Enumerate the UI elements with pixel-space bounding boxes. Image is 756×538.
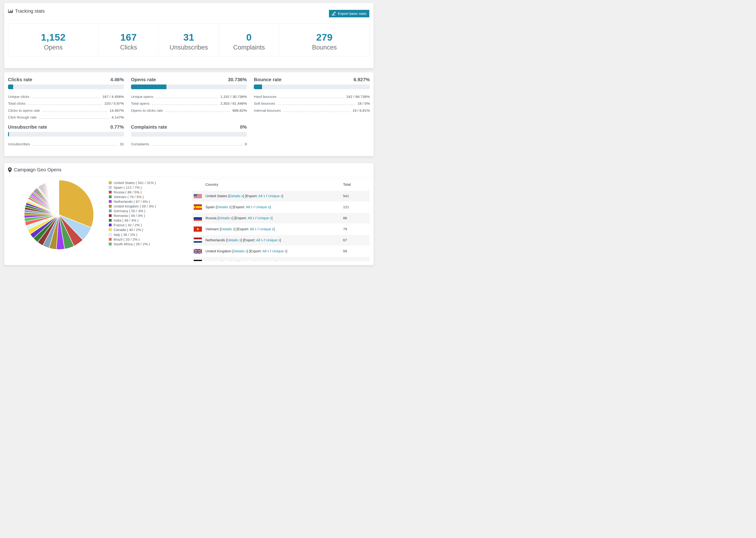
geo-table-header-row: Country Total [192, 179, 370, 190]
rate-row-label: Internal bounces [254, 108, 281, 113]
legend-item-spain[interactable]: Spain ( 121 / 7% ) [109, 185, 156, 190]
rate-row-value: 14.497% [109, 108, 124, 113]
chevron-right-icon [281, 195, 282, 197]
legend-swatch [109, 242, 112, 245]
legend-swatch [109, 195, 112, 198]
legend-item-italy[interactable]: Italy ( 36 / 2% ) [109, 232, 156, 237]
pie-legend: United States ( 541 / 31% )Spain ( 121 /… [109, 180, 156, 246]
bracket-close-text: ] [282, 194, 283, 198]
export-icon [332, 12, 336, 16]
country-name: Russia [205, 216, 216, 220]
export-all-link[interactable]: All [246, 205, 252, 209]
details-link[interactable]: Details [222, 260, 236, 261]
us-flag-icon [194, 194, 202, 198]
rate-row-label: Total opens [131, 101, 149, 106]
legend-item-france[interactable]: France ( 42 / 2% ) [109, 223, 156, 228]
export-basic-stats-button[interactable]: Export basic stats [329, 10, 369, 17]
rate-row: Internal bounces19 / 6.81% [254, 107, 370, 114]
legend-label: Netherlands ( 67 / 4% ) [114, 199, 150, 203]
stat-value: 31 [183, 32, 194, 42]
export-unique-link[interactable]: Unique [257, 216, 271, 220]
bracket-export-text: ] [Export: [236, 260, 251, 261]
legend-item-india[interactable]: India ( 46 / 3% ) [109, 218, 156, 223]
country-name: United States [205, 194, 227, 198]
chevron-right-icon [239, 239, 241, 242]
es-flag-icon [194, 204, 202, 210]
stat-value: 0 [246, 32, 252, 42]
dotted-leader [39, 118, 109, 119]
bracket-close-text: ] [271, 216, 272, 220]
chevron-right-icon [267, 250, 269, 252]
geo-table-row-vietnam: Vietnam [Details] [Export: All / Unique]… [192, 224, 370, 235]
rate-title: Complaints rate [131, 124, 167, 130]
export-unique-link[interactable]: Unique [272, 249, 286, 253]
details-link[interactable]: Details [217, 205, 230, 209]
rate-title: Unsubscribe rate [8, 124, 47, 130]
export-all-link[interactable]: All [250, 227, 256, 231]
details-link[interactable]: Details [229, 194, 243, 198]
tracking-stats-body: 1,152Opens167Clicks31Unsubscribes0Compla… [4, 20, 374, 60]
bracket-export-text: ] [Export: [235, 227, 250, 231]
details-link[interactable]: Details [219, 216, 232, 220]
legend-item-south-africa[interactable]: South Africa ( 29 / 2% ) [109, 242, 156, 246]
bar-chart-icon [8, 9, 13, 13]
rate-row: Opens to clicks rate689.82% [131, 107, 247, 114]
export-all-link[interactable]: All [258, 194, 265, 198]
legend-swatch [109, 181, 112, 184]
stat-bounces: 279Bounces [279, 24, 369, 56]
rate-row-label: Click through rate [8, 115, 36, 120]
rate-row-label: Hard bounces [254, 95, 277, 99]
legend-item-romania[interactable]: Romania ( 49 / 3% ) [109, 213, 156, 218]
slash-text: / [256, 227, 259, 231]
flag-cell [192, 202, 205, 213]
legend-item-vietnam[interactable]: Vietnam ( 79 / 5% ) [109, 194, 156, 199]
details-link[interactable]: Details [221, 227, 234, 231]
legend-label: Germany ( 55 / 3% ) [114, 209, 145, 213]
legend-item-united-states[interactable]: United States ( 541 / 31% ) [109, 180, 156, 185]
export-unique-link[interactable]: Unique [268, 194, 282, 198]
legend-item-united-kingdom[interactable]: United Kingdom ( 59 / 3% ) [109, 204, 156, 208]
export-all-link[interactable]: All [251, 260, 258, 261]
flag-cell [192, 224, 205, 235]
legend-label: Canada ( 40 / 2% ) [114, 228, 143, 232]
rates-grid: Clicks rate4.46%Unique clicks167 / 4.456… [8, 76, 370, 148]
details-link[interactable]: Details [233, 249, 247, 253]
rate-row-value: 220 / 5.87% [104, 101, 124, 106]
legend-swatch [109, 224, 112, 227]
export-all-link[interactable]: All [256, 238, 263, 242]
legend-item-brazil[interactable]: Brazil ( 33 / 2% ) [109, 237, 156, 242]
legend-label: India ( 46 / 3% ) [114, 218, 138, 222]
legend-swatch [109, 214, 112, 217]
export-unique-link[interactable]: Unique [266, 238, 280, 242]
legend-item-russia[interactable]: Russia ( 86 / 5% ) [109, 190, 156, 194]
rate-row-label: Opens to clicks rate [131, 108, 163, 113]
dotted-leader [165, 112, 230, 112]
flag-column-header [192, 179, 205, 190]
legend-label: Romania ( 49 / 3% ) [114, 214, 145, 218]
rate-progress-fill [131, 84, 167, 89]
export-all-link[interactable]: All [248, 216, 254, 220]
export-unique-link[interactable]: Unique [259, 227, 274, 231]
dotted-leader [283, 112, 350, 112]
export-all-link[interactable]: All [262, 249, 269, 253]
legend-label: Spain ( 121 / 7% ) [114, 186, 142, 189]
bracket-close-text: ] [286, 249, 287, 253]
rate-row-label: Unique opens [131, 95, 153, 99]
vn-flag-icon [194, 227, 202, 232]
country-name: United Kingdom [205, 249, 231, 253]
country-cell: United States [Details] [Export: All / U… [205, 190, 343, 202]
rate-row-value: 2,303 / 61.446% [220, 101, 247, 106]
bracket-export-text: ] [Export: [232, 216, 247, 220]
legend-item-netherlands[interactable]: Netherlands ( 67 / 4% ) [109, 199, 156, 204]
tracking-stats-title-group: Tracking stats [8, 9, 45, 14]
rate-value: 4.46% [110, 77, 124, 82]
rate-block-opens-rate: Opens rate30.736%Unique opens1,152 / 30.… [131, 76, 247, 121]
legend-item-germany[interactable]: Germany ( 55 / 3% ) [109, 209, 156, 213]
slash-text: / [252, 205, 255, 209]
details-link[interactable]: Details [227, 238, 241, 242]
export-unique-link[interactable]: Unique [261, 260, 275, 261]
rate-row-value: 4.147% [112, 115, 124, 120]
legend-item-canada[interactable]: Canada ( 40 / 2% ) [109, 228, 156, 232]
geo-table-body: United States [Details] [Export: All / U… [192, 190, 370, 261]
export-unique-link[interactable]: Unique [255, 205, 270, 209]
